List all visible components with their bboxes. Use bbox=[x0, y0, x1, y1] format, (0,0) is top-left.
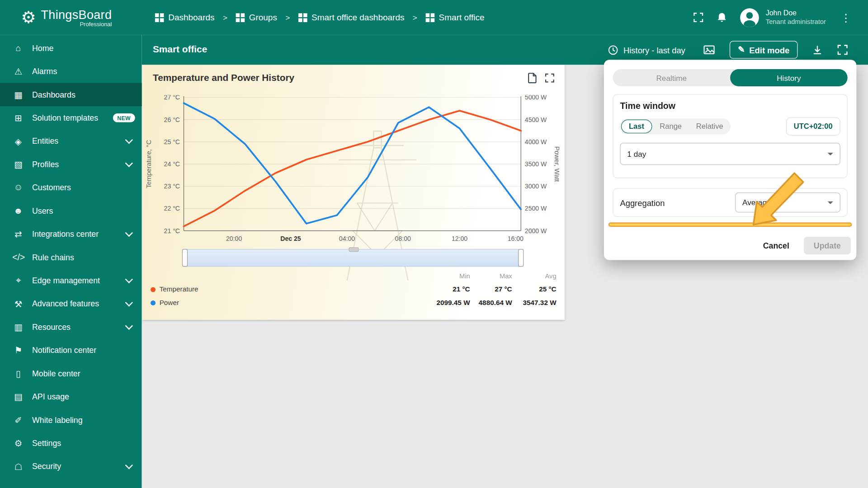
sidebar-item-profiles[interactable]: ▧Profiles bbox=[0, 153, 142, 176]
stats-header-min: Min bbox=[425, 272, 470, 280]
entities-icon: ◈ bbox=[12, 136, 24, 146]
sidebar-item-label: Integrations center bbox=[32, 230, 99, 239]
dashboard-grid-icon bbox=[236, 13, 245, 22]
sidebar-item-label: Settings bbox=[32, 439, 61, 448]
download-dashboard-button[interactable] bbox=[812, 45, 822, 55]
person-icon bbox=[740, 8, 759, 27]
svg-text:5000 W: 5000 W bbox=[525, 95, 547, 101]
mode-last[interactable]: Last bbox=[621, 119, 652, 133]
chevron-down-icon bbox=[828, 201, 833, 204]
sidebar-item-customers[interactable]: ☺Customers bbox=[0, 176, 142, 199]
sidebar-item-security[interactable]: ☖Security bbox=[0, 455, 142, 478]
tab-history[interactable]: History bbox=[730, 69, 848, 86]
sidebar-item-label: Rule chains bbox=[32, 253, 74, 262]
breadcrumb-label: Dashboards bbox=[168, 13, 214, 23]
aggregation-section: Aggregation Average bbox=[613, 188, 848, 217]
sidebar-item-resources[interactable]: ▥Resources bbox=[0, 315, 142, 338]
sidebar-item-settings[interactable]: ⚙Settings bbox=[0, 432, 142, 455]
sidebar-item-mobile-center[interactable]: ▯Mobile center bbox=[0, 362, 142, 385]
chevron-down-icon bbox=[828, 152, 833, 155]
sidebar-nav: ⌂Home⚠Alarms▦Dashboards⊞Solution templat… bbox=[0, 35, 142, 488]
fullscreen-icon bbox=[545, 73, 555, 83]
sidebar-item-rule-chains[interactable]: </>Rule chains bbox=[0, 246, 142, 269]
vertical-dots-icon: ⋮ bbox=[840, 12, 851, 23]
sidebar-item-entities[interactable]: ◈Entities bbox=[0, 130, 142, 153]
slider-left-handle[interactable] bbox=[182, 249, 188, 267]
svg-text:23 °C: 23 °C bbox=[164, 183, 180, 190]
dashboard-grid-icon bbox=[298, 13, 307, 22]
sidebar-item-home[interactable]: ⌂Home bbox=[0, 37, 142, 60]
sidebar-item-api-usage[interactable]: ▤API usage bbox=[0, 385, 142, 408]
user-avatar[interactable] bbox=[740, 8, 759, 27]
thingsboard-app: ⚙ ThingsBoard Professional Dashboards>Gr… bbox=[0, 0, 868, 488]
sidebar-item-label: Resources bbox=[32, 323, 71, 332]
breadcrumb-item-smart-office-dashboards[interactable]: Smart office dashboards bbox=[298, 13, 405, 23]
dashboard-grid-icon bbox=[155, 13, 164, 22]
edit-mode-button[interactable]: ✎ Edit mode bbox=[730, 41, 798, 59]
integrations-center-icon: ⇄ bbox=[12, 229, 24, 239]
breadcrumb-item-smart-office[interactable]: Smart office bbox=[425, 13, 484, 23]
chevron-down-icon bbox=[125, 229, 133, 237]
export-file-icon bbox=[528, 72, 537, 83]
slider-right-handle[interactable] bbox=[518, 249, 524, 267]
header-fullscreen-button[interactable] bbox=[693, 12, 703, 23]
svg-text:3500 W: 3500 W bbox=[525, 160, 547, 168]
slider-grip-handle[interactable] bbox=[349, 247, 359, 252]
header-more-menu-button[interactable]: ⋮ bbox=[839, 12, 852, 23]
breadcrumb-separator: > bbox=[413, 13, 417, 22]
toolbar-fullscreen-button[interactable] bbox=[837, 44, 848, 55]
breadcrumb-item-dashboards[interactable]: Dashboards bbox=[155, 13, 215, 23]
update-button[interactable]: Update bbox=[804, 237, 851, 254]
chevron-down-icon bbox=[125, 299, 133, 306]
svg-text:4000 W: 4000 W bbox=[525, 138, 547, 145]
sidebar-item-integrations-center[interactable]: ⇄Integrations center bbox=[0, 222, 142, 245]
dashboard-grid-icon bbox=[425, 13, 434, 22]
timezone-button[interactable]: UTC+02:00 bbox=[786, 117, 840, 136]
sidebar-item-label: Solution templates bbox=[32, 113, 98, 122]
header-actions: John Doe Tenant administrator ⋮ bbox=[693, 8, 868, 27]
annotation-highlight-bar bbox=[609, 222, 852, 227]
sidebar-item-users[interactable]: ☻Users bbox=[0, 199, 142, 222]
sidebar-item-alarms[interactable]: ⚠Alarms bbox=[0, 60, 142, 83]
profiles-icon: ▧ bbox=[12, 159, 24, 169]
mode-relative[interactable]: Relative bbox=[689, 119, 730, 133]
svg-text:12:00: 12:00 bbox=[452, 235, 467, 242]
time-window-label: History - last day bbox=[623, 45, 685, 55]
svg-text:3000 W: 3000 W bbox=[525, 183, 547, 190]
thingsboard-logo[interactable]: ⚙ ThingsBoard Professional bbox=[0, 8, 112, 27]
fullscreen-icon bbox=[837, 44, 848, 55]
legend-item-temperature[interactable]: Temperature bbox=[151, 286, 425, 293]
legend-item-power[interactable]: Power bbox=[151, 299, 425, 306]
new-badge: NEW bbox=[113, 113, 135, 122]
security-icon: ☖ bbox=[12, 461, 24, 472]
sidebar-item-solution-templates[interactable]: ⊞Solution templatesNEW bbox=[0, 106, 142, 129]
sidebar-item-dashboards[interactable]: ▦Dashboards bbox=[0, 83, 142, 106]
time-range-slider[interactable] bbox=[183, 249, 523, 267]
mobile-center-icon: ▯ bbox=[12, 368, 24, 379]
interval-select[interactable]: 1 day bbox=[620, 143, 840, 165]
sidebar-item-label: Alarms bbox=[32, 67, 57, 76]
widget-fullscreen-button[interactable] bbox=[545, 72, 555, 83]
mode-range[interactable]: Range bbox=[653, 119, 689, 133]
breadcrumb-label: Smart office bbox=[439, 13, 485, 23]
sidebar-item-advanced-features[interactable]: ⚒Advanced features bbox=[0, 292, 142, 315]
breadcrumb-item-groups[interactable]: Groups bbox=[236, 13, 277, 23]
chevron-down-icon bbox=[125, 136, 133, 144]
tab-realtime[interactable]: Realtime bbox=[613, 69, 731, 86]
stat-min-temperature: 21 °C bbox=[425, 286, 470, 293]
stat-avg-temperature: 25 °C bbox=[512, 286, 557, 293]
page-title: Smart office bbox=[153, 44, 207, 55]
time-window-button[interactable]: History - last day bbox=[604, 44, 689, 56]
notifications-button[interactable] bbox=[717, 12, 727, 23]
dashboard-image-button[interactable] bbox=[703, 44, 715, 55]
annotation-arrow-icon bbox=[743, 169, 812, 231]
sidebar-item-edge-management[interactable]: ⌖Edge management bbox=[0, 269, 142, 292]
sidebar-item-label: Dashboards bbox=[32, 90, 75, 99]
sidebar-item-white-labeling[interactable]: ✐White labeling bbox=[0, 408, 142, 432]
sidebar-item-notification-center[interactable]: ⚑Notification center bbox=[0, 338, 142, 361]
cancel-button[interactable]: Cancel bbox=[757, 238, 795, 253]
user-info: John Doe Tenant administrator bbox=[766, 9, 826, 26]
widget-export-button[interactable] bbox=[528, 72, 537, 83]
chevron-down-icon bbox=[125, 322, 133, 330]
interval-value: 1 day bbox=[627, 150, 646, 159]
